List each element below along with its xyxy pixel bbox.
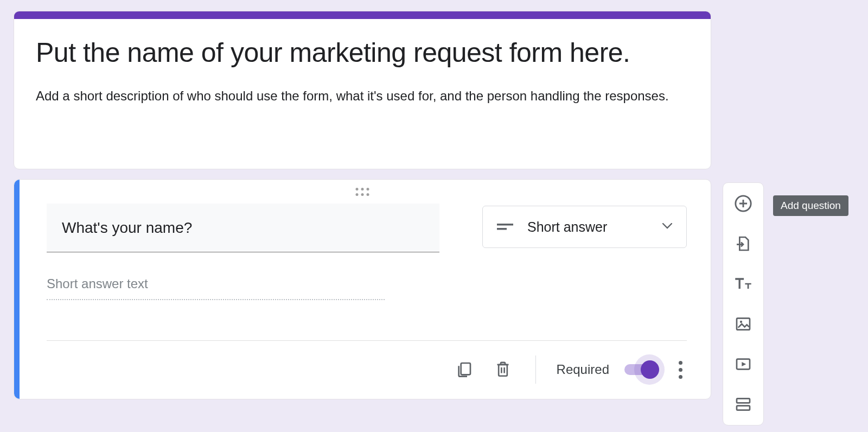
svg-point-6: [740, 321, 742, 323]
svg-rect-9: [737, 406, 750, 410]
required-label: Required: [557, 362, 609, 377]
drag-handle-icon[interactable]: [356, 188, 369, 196]
import-questions-button[interactable]: [732, 233, 754, 255]
more-options-button[interactable]: [674, 361, 687, 379]
form-title[interactable]: Put the name of your marketing request f…: [36, 35, 689, 71]
add-title-button[interactable]: [732, 273, 754, 295]
title-icon: [734, 276, 752, 291]
video-icon: [735, 355, 752, 373]
add-question-button[interactable]: [732, 193, 754, 214]
plus-circle-icon: [734, 194, 752, 213]
add-image-button[interactable]: [732, 313, 754, 335]
duplicate-icon: [455, 361, 473, 378]
question-type-label: Short answer: [527, 219, 607, 235]
add-video-button[interactable]: [732, 353, 754, 375]
section-icon: [735, 396, 752, 413]
answer-preview: Short answer text: [47, 276, 385, 300]
question-footer: Required: [14, 340, 711, 399]
svg-rect-1: [497, 228, 507, 230]
svg-rect-0: [497, 224, 513, 226]
add-section-button[interactable]: [732, 393, 754, 415]
form-description[interactable]: Add a short description of who should us…: [36, 87, 689, 105]
tooltip: Add question: [773, 195, 848, 216]
floating-toolbar: [723, 182, 764, 425]
delete-button[interactable]: [491, 358, 515, 382]
question-type-select[interactable]: Short answer: [482, 206, 687, 248]
duplicate-button[interactable]: [452, 358, 476, 382]
svg-rect-8: [737, 398, 750, 403]
accent-bar: [14, 11, 711, 19]
import-file-icon: [735, 235, 752, 252]
required-toggle[interactable]: [624, 360, 659, 379]
svg-rect-2: [461, 363, 470, 374]
form-header-card: Put the name of your marketing request f…: [14, 11, 711, 169]
question-card: Short answer Short answer text Required: [14, 179, 711, 399]
chevron-down-icon: [662, 222, 672, 232]
question-title-wrap: [47, 204, 439, 252]
question-title-input[interactable]: [47, 204, 439, 252]
separator: [535, 355, 536, 384]
image-icon: [735, 315, 752, 333]
svg-rect-3: [499, 365, 507, 376]
short-answer-icon: [497, 222, 513, 232]
trash-icon: [494, 360, 512, 379]
